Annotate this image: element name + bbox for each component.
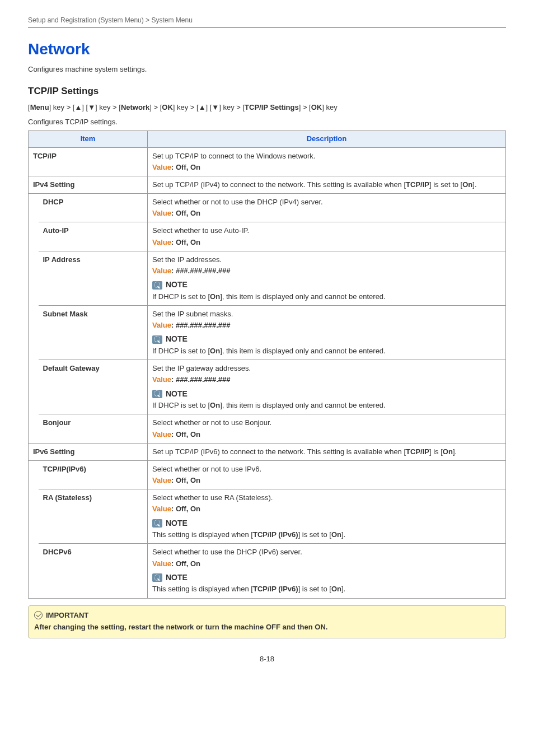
note-icon [152,573,162,582]
note-label: NOTE [166,279,188,291]
nav-path: [Menu] key > [▲] [▼] key > [Network] > [… [28,102,506,113]
row-ra-label: RA (Stateless) [39,489,148,544]
note-icon [152,281,162,290]
row-autoip-label: Auto-IP [39,222,148,251]
table-row: Bonjour Select whether or not to use Bon… [29,414,506,443]
row-subnet-label: Subnet Mask [39,306,148,360]
table-row: DHCP Select whether or not to use the DH… [29,194,506,222]
page-number: 8-18 [28,654,506,664]
row-autoip-desc: Select whether to use Auto-IP. Value: Of… [148,222,506,251]
important-box: IMPORTANT After changing the setting, re… [28,605,506,638]
table-row: Subnet Mask Set the IP subnet masks. Val… [29,306,506,360]
row-tcpipv6-label: TCP/IP(IPv6) [39,460,148,489]
header-divider [28,27,506,28]
th-description: Description [148,131,506,147]
note-icon [152,519,162,528]
row-subnet-desc: Set the IP subnet masks. Value: ###.###.… [148,306,506,360]
important-header: IMPORTANT [34,610,500,620]
settings-table: Item Description TCP/IP Set up TCP/IP to… [28,130,506,598]
indent-ipv4 [29,194,39,444]
row-ra-desc: Select whether to use RA (Stateless). Va… [148,489,506,544]
table-row: Default Gateway Set the IP gateway addre… [29,360,506,414]
page-title: Network [28,38,506,60]
table-row: IP Address Set the IP addresses. Value: … [29,251,506,305]
row-dhcpv6-desc: Select whether to use the DHCP (IPv6) se… [148,544,506,598]
indent-ipv6 [29,460,39,598]
th-item: Item [29,131,148,147]
row-tcpipv6-desc: Select whether or not to use IPv6. Value… [148,460,506,489]
important-text: After changing the setting, restart the … [34,622,500,632]
note-label: NOTE [166,518,188,529]
row-dhcp-label: DHCP [39,194,148,222]
table-row: TCP/IP Set up TCP/IP to connect to the W… [29,147,506,176]
row-gateway-label: Default Gateway [39,360,148,414]
row-bonjour-label: Bonjour [39,414,148,443]
row-ipv6-desc: Set up TCP/IP (IPv6) to connect to the n… [148,443,506,460]
intro-text: Configures machine system settings. [28,64,506,74]
table-row: IPv4 Setting Set up TCP/IP (IPv4) to con… [29,176,506,193]
note-label: NOTE [166,572,188,584]
row-dhcpv6-label: DHCPv6 [39,544,148,598]
row-tcpip-desc: Set up TCP/IP to connect to the Windows … [148,147,506,176]
table-row: IPv6 Setting Set up TCP/IP (IPv6) to con… [29,443,506,460]
row-tcpip-label: TCP/IP [29,147,148,176]
note-icon [152,335,162,344]
row-ipv6-label: IPv6 Setting [29,443,148,460]
important-label: IMPORTANT [46,610,88,620]
row-ipaddr-label: IP Address [39,251,148,305]
section-heading: TCP/IP Settings [28,85,506,98]
row-ipaddr-desc: Set the IP addresses. Value: ###.###.###… [148,251,506,305]
table-row: TCP/IP(IPv6) Select whether or not to us… [29,460,506,489]
table-row: Auto-IP Select whether to use Auto-IP. V… [29,222,506,251]
note-icon [152,390,162,398]
table-row: RA (Stateless) Select whether to use RA … [29,489,506,544]
check-circle-icon [34,611,43,619]
note-label: NOTE [166,389,188,400]
row-ipv4-label: IPv4 Setting [29,176,148,193]
row-dhcp-desc: Select whether or not to use the DHCP (I… [148,194,506,222]
row-ipv4-desc: Set up TCP/IP (IPv4) to connect to the n… [148,176,506,193]
table-row: DHCPv6 Select whether to use the DHCP (I… [29,544,506,598]
breadcrumb: Setup and Registration (System Menu) > S… [28,16,506,25]
table-header-row: Item Description [29,131,506,147]
section-intro: Configures TCP/IP settings. [28,117,506,127]
row-bonjour-desc: Select whether or not to use Bonjour. Va… [148,414,506,443]
row-gateway-desc: Set the IP gateway addresses. Value: ###… [148,360,506,414]
note-label: NOTE [166,334,188,345]
